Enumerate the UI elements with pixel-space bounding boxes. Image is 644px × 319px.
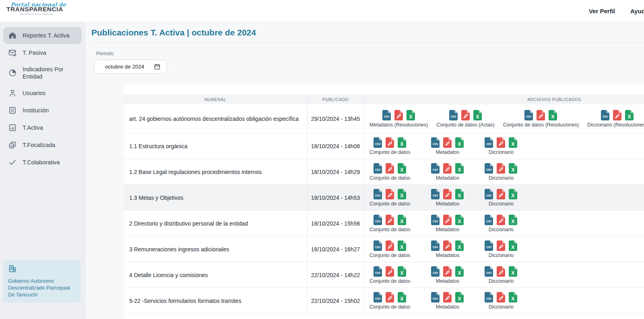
file-group-label: Diccionario	[489, 227, 514, 232]
brand-logo[interactable]: Portal nacional de TRANSPARENCIA Reposit…	[6, 2, 66, 15]
pdf-file-icon[interactable]	[443, 266, 452, 277]
pdf-file-icon[interactable]	[386, 292, 394, 302]
csv-file-icon[interactable]: CSV	[431, 292, 440, 302]
xls-file-icon[interactable]: X	[398, 292, 406, 302]
file-icons: CSV X	[374, 215, 406, 225]
xls-file-icon[interactable]: X	[509, 266, 517, 277]
csv-file-icon[interactable]: CSV	[374, 163, 382, 174]
pdf-file-icon[interactable]	[497, 266, 505, 277]
xls-file-icon[interactable]: X	[509, 292, 517, 302]
sidebar-item-indicadores-por-entidad[interactable]: Indicadores Por Entidad	[3, 62, 82, 84]
pdf-file-icon[interactable]	[443, 240, 452, 251]
xls-file-icon[interactable]: X	[398, 266, 406, 277]
pdf-file-icon[interactable]	[386, 189, 394, 199]
xls-file-icon[interactable]: X	[398, 137, 406, 148]
csv-file-icon[interactable]: CSV	[431, 163, 440, 174]
xls-file-icon[interactable]: X	[407, 110, 415, 120]
page-title: Publicaciones T. Activa | octubre de 202…	[91, 28, 644, 37]
xls-file-icon[interactable]: X	[549, 110, 557, 120]
sidebar-item-t-focalizada[interactable]: T.Focalizada	[3, 137, 82, 153]
pdf-file-icon[interactable]	[497, 137, 505, 148]
file-group-label: Diccionario	[489, 175, 514, 181]
file-group: CSV X Diccionario	[485, 292, 517, 310]
pdf-file-icon[interactable]	[394, 110, 403, 120]
sidebar-nav: Reportes T. Activa T. Pasiva Indicadores…	[0, 22, 85, 171]
xls-file-icon[interactable]: X	[509, 189, 517, 199]
pdf-file-icon[interactable]	[386, 163, 394, 174]
csv-file-icon[interactable]: CSV	[485, 163, 493, 174]
sidebar-item-t-colaborativa[interactable]: T.Colaborativa	[3, 154, 82, 171]
csv-file-icon[interactable]: CSV	[485, 215, 493, 225]
svg-text:X: X	[409, 114, 413, 119]
csv-file-icon[interactable]: CSV	[449, 110, 458, 120]
xls-file-icon[interactable]: X	[398, 163, 406, 174]
pdf-file-icon[interactable]	[497, 163, 505, 174]
period-month-input[interactable]: octubre de 2024	[94, 60, 167, 74]
pdf-file-icon[interactable]	[443, 163, 452, 174]
sidebar-item-t-activa[interactable]: T.Activa	[3, 119, 82, 136]
xls-file-icon[interactable]: X	[473, 110, 482, 120]
xls-file-icon[interactable]: X	[509, 137, 517, 148]
mail-check-icon	[8, 48, 17, 57]
csv-file-icon[interactable]: CSV	[431, 189, 440, 199]
xls-file-icon[interactable]: X	[509, 240, 517, 251]
csv-file-icon[interactable]: CSV	[601, 110, 609, 120]
csv-file-icon[interactable]: CSV	[431, 266, 440, 277]
xls-file-icon[interactable]: X	[455, 240, 464, 251]
sidebar-item-reportes-t-activa[interactable]: Reportes T. Activa	[3, 27, 82, 44]
csv-file-icon[interactable]: CSV	[431, 215, 440, 225]
header-link-ayuda[interactable]: Ayuda	[630, 8, 644, 14]
file-group: CSV X Diccionario	[485, 240, 517, 258]
pdf-file-icon[interactable]	[537, 110, 545, 120]
pdf-file-icon[interactable]	[443, 215, 452, 225]
brand-tagline: Repositorio único nacional	[6, 13, 66, 15]
sidebar-item-instituci-n[interactable]: Institución	[3, 102, 82, 119]
pdf-file-icon[interactable]	[443, 292, 452, 302]
csv-file-icon[interactable]: CSV	[485, 240, 493, 251]
pdf-file-icon[interactable]	[386, 266, 394, 277]
file-icons: CSV X	[431, 189, 464, 199]
xls-file-icon[interactable]: X	[398, 215, 406, 225]
pdf-file-icon[interactable]	[386, 240, 394, 251]
xls-file-icon[interactable]: X	[509, 163, 517, 174]
pdf-file-icon[interactable]	[461, 110, 470, 120]
csv-file-icon[interactable]: CSV	[485, 266, 493, 277]
csv-file-icon[interactable]: CSV	[374, 292, 382, 302]
csv-file-icon[interactable]: CSV	[485, 292, 493, 302]
pdf-file-icon[interactable]	[443, 137, 452, 148]
csv-file-icon[interactable]: CSV	[524, 110, 533, 120]
sidebar-item-usuarios[interactable]: Usuarios	[3, 85, 82, 102]
xls-file-icon[interactable]: X	[455, 266, 464, 277]
xls-file-icon[interactable]: X	[455, 163, 464, 174]
pdf-file-icon[interactable]	[386, 215, 394, 225]
csv-file-icon[interactable]: CSV	[431, 137, 440, 148]
csv-file-icon[interactable]: CSV	[485, 137, 493, 148]
xls-file-icon[interactable]: X	[455, 292, 464, 302]
csv-file-icon[interactable]: CSV	[382, 110, 391, 120]
svg-text:CSV: CSV	[433, 143, 438, 145]
xls-file-icon[interactable]: X	[398, 240, 406, 251]
csv-file-icon[interactable]: CSV	[374, 189, 382, 199]
sidebar-item-t-pasiva[interactable]: T. Pasiva	[3, 44, 82, 61]
xls-file-icon[interactable]: X	[398, 189, 406, 199]
pdf-file-icon[interactable]	[497, 215, 505, 225]
csv-file-icon[interactable]: CSV	[374, 137, 382, 148]
xls-file-icon[interactable]: X	[509, 215, 517, 225]
xls-file-icon[interactable]: X	[625, 110, 634, 120]
pdf-file-icon[interactable]	[443, 189, 452, 199]
csv-file-icon[interactable]: CSV	[374, 266, 382, 277]
pdf-file-icon[interactable]	[497, 292, 505, 302]
csv-file-icon[interactable]: CSV	[431, 240, 440, 251]
xls-file-icon[interactable]: X	[455, 215, 464, 225]
pdf-file-icon[interactable]	[386, 137, 394, 148]
pdf-file-icon[interactable]	[497, 189, 505, 199]
svg-text:CSV: CSV	[433, 271, 438, 274]
pdf-file-icon[interactable]	[613, 110, 621, 120]
csv-file-icon[interactable]: CSV	[485, 189, 493, 199]
xls-file-icon[interactable]: X	[455, 137, 464, 148]
xls-file-icon[interactable]: X	[455, 189, 464, 199]
header-link-ver-perfil[interactable]: Ver Perfil	[589, 8, 615, 14]
pdf-file-icon[interactable]	[497, 240, 505, 251]
csv-file-icon[interactable]: CSV	[374, 240, 382, 251]
csv-file-icon[interactable]: CSV	[374, 215, 382, 225]
